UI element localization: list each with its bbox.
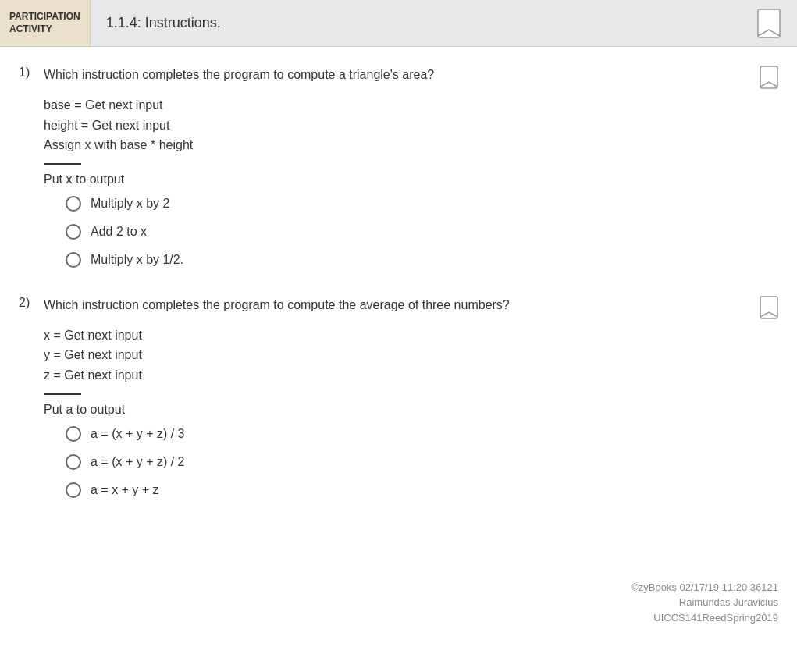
question-2-code-line-2: y = Get next input xyxy=(44,345,778,365)
question-2-code-line-1: x = Get next input xyxy=(44,325,778,346)
question-1-radio-2[interactable] xyxy=(66,224,81,240)
question-2-radio-2[interactable] xyxy=(66,454,81,470)
question-1-divider xyxy=(44,163,81,165)
question-2-code-line-3: z = Get next input xyxy=(44,365,778,386)
question-2-option-2-label: a = (x + y + z) / 2 xyxy=(91,455,185,469)
question-1-options: Multiply x by 2 Add 2 to x Multiply x by… xyxy=(66,196,778,268)
question-1-option-1[interactable]: Multiply x by 2 xyxy=(66,196,778,212)
question-2: 2) Which instruction completes the progr… xyxy=(19,296,778,498)
question-2-radio-1[interactable] xyxy=(66,426,81,442)
question-1-option-2[interactable]: Add 2 to x xyxy=(66,224,778,240)
question-2-code: x = Get next input y = Get next input z … xyxy=(44,325,778,386)
question-1-put-line: Put x to output xyxy=(44,172,778,187)
question-2-put-line: Put a to output xyxy=(44,403,778,417)
header-title: 1.1.4: Instructions. xyxy=(91,15,237,31)
watermark-line2: Raimundas Juravicius xyxy=(631,595,778,610)
question-1-number: 1) xyxy=(19,66,37,80)
question-2-divider xyxy=(44,393,81,395)
question-1-text: Which instruction completes the program … xyxy=(44,66,434,84)
header-bookmark-icon[interactable] xyxy=(756,8,781,39)
participation-badge: PARTICIPATION ACTIVITY xyxy=(0,0,91,46)
badge-line1: PARTICIPATION xyxy=(9,11,80,23)
question-1-option-3-label: Multiply x by 1/2. xyxy=(91,253,183,267)
question-2-option-1-label: a = (x + y + z) / 3 xyxy=(91,427,185,441)
question-1-option-2-label: Add 2 to x xyxy=(91,225,147,239)
question-2-number: 2) xyxy=(19,296,37,310)
question-1-code: base = Get next input height = Get next … xyxy=(44,95,778,155)
question-2-option-2[interactable]: a = (x + y + z) / 2 xyxy=(66,454,778,470)
question-1-code-line-3: Assign x with base * height xyxy=(44,135,778,155)
question-2-radio-3[interactable] xyxy=(66,482,81,498)
watermark-line1: ©zyBooks 02/17/19 11:20 36121 xyxy=(631,580,778,596)
question-2-option-3[interactable]: a = x + y + z xyxy=(66,482,778,498)
question-1-code-line-1: base = Get next input xyxy=(44,95,778,116)
question-2-bookmark-icon[interactable] xyxy=(760,296,778,322)
question-1-code-line-2: height = Get next input xyxy=(44,116,778,136)
question-2-option-3-label: a = x + y + z xyxy=(91,483,159,497)
question-1-radio-3[interactable] xyxy=(66,252,81,268)
question-1-option-3[interactable]: Multiply x by 1/2. xyxy=(66,252,778,268)
question-2-text: Which instruction completes the program … xyxy=(44,296,510,315)
question-1-bookmark-icon[interactable] xyxy=(760,66,778,92)
question-2-header: 2) Which instruction completes the progr… xyxy=(19,296,778,322)
question-1-header: 1) Which instruction completes the progr… xyxy=(19,66,778,92)
watermark: ©zyBooks 02/17/19 11:20 36121 Raimundas … xyxy=(631,580,778,626)
question-1: 1) Which instruction completes the progr… xyxy=(19,66,778,268)
question-1-radio-1[interactable] xyxy=(66,196,81,212)
question-2-option-1[interactable]: a = (x + y + z) / 3 xyxy=(66,426,778,442)
question-1-option-1-label: Multiply x by 2 xyxy=(91,197,169,211)
header: PARTICIPATION ACTIVITY 1.1.4: Instructio… xyxy=(0,0,797,47)
badge-line2: ACTIVITY xyxy=(9,23,80,36)
watermark-line3: UICCS141ReedSpring2019 xyxy=(631,610,778,626)
question-2-options: a = (x + y + z) / 3 a = (x + y + z) / 2 … xyxy=(66,426,778,498)
content-area: 1) Which instruction completes the progr… xyxy=(0,47,797,672)
